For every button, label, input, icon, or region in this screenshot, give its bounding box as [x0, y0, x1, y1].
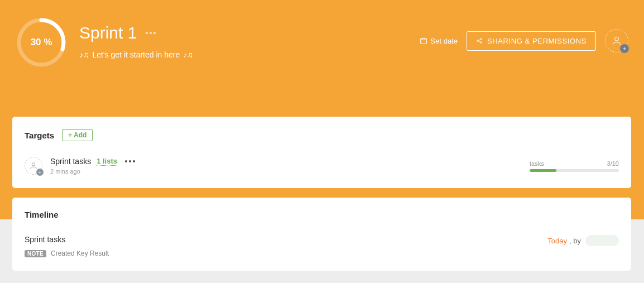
share-label: SHARING & PERMISSIONS	[487, 37, 587, 45]
timeline-by-label: , by	[569, 237, 581, 245]
timeline-item-name: Sprint tasks	[25, 235, 547, 244]
progress-unit-label: tasks	[530, 160, 544, 167]
target-more-icon[interactable]	[125, 160, 135, 162]
timeline-user-chip[interactable]	[585, 235, 619, 246]
target-progress: tasks 3/10	[530, 160, 619, 172]
add-target-button[interactable]: + Add	[62, 129, 93, 141]
progress-percent: 30 %	[16, 17, 67, 68]
set-date-button[interactable]: Set date	[420, 37, 458, 45]
calendar-icon	[420, 37, 427, 45]
page-title: Sprint 1	[79, 23, 137, 42]
target-timestamp: 2 mins ago	[50, 168, 530, 175]
progress-bar-fill	[530, 169, 556, 172]
plus-icon: +	[36, 169, 44, 176]
svg-rect-2	[420, 39, 426, 44]
more-options-icon[interactable]	[146, 32, 156, 34]
target-lists-link[interactable]: 1 lists	[97, 157, 117, 166]
timeline-row: Sprint tasks NOTE Created Key Result Tod…	[25, 235, 619, 257]
page-subtitle: ♪♫ Let's get it started in here ♪♫	[79, 50, 193, 59]
targets-heading: Targets	[25, 131, 54, 140]
add-owner-avatar[interactable]: +	[605, 29, 628, 52]
target-row: + Sprint tasks 1 lists 2 mins ago tasks …	[25, 157, 619, 175]
progress-count: 3/10	[607, 160, 619, 167]
targets-card: Targets + Add + Sprint tasks 1 lists	[12, 117, 631, 188]
svg-point-7	[32, 163, 35, 166]
person-icon	[611, 35, 622, 46]
timeline-heading: Timeline	[25, 210, 619, 219]
assign-owner-button[interactable]: +	[25, 157, 42, 175]
timeline-date: Today	[547, 237, 567, 245]
set-date-label: Set date	[431, 37, 458, 45]
note-badge: NOTE	[25, 250, 46, 257]
person-icon	[29, 161, 38, 170]
svg-point-6	[615, 37, 619, 41]
progress-bar	[530, 169, 619, 172]
music-note-icon: ♪♫	[79, 50, 89, 59]
target-name[interactable]: Sprint tasks	[50, 157, 91, 166]
share-icon	[476, 37, 483, 44]
timeline-note-text: Created Key Result	[51, 250, 109, 257]
music-note-icon: ♪♫	[183, 50, 193, 59]
plus-icon: +	[620, 44, 629, 53]
timeline-card: Timeline Sprint tasks NOTE Created Key R…	[12, 198, 631, 271]
sharing-permissions-button[interactable]: SHARING & PERMISSIONS	[467, 31, 596, 51]
progress-ring: 30 %	[16, 17, 67, 68]
subtitle-text: Let's get it started in here	[93, 50, 180, 59]
